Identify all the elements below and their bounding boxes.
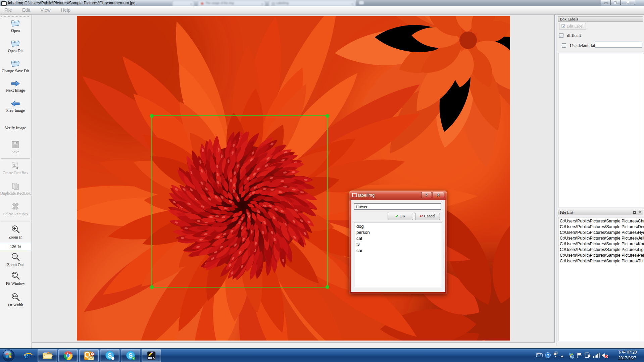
dialog-help-button[interactable]: ? xyxy=(421,192,432,198)
label-option[interactable]: car xyxy=(354,248,442,254)
next-image-button[interactable]: Next Image xyxy=(0,80,31,93)
start-button[interactable] xyxy=(2,349,15,362)
bbox-handle-top-right[interactable] xyxy=(326,114,329,118)
change-save-dir-button[interactable]: Change Save Dir xyxy=(0,59,31,73)
toolbar-label: Fit Width xyxy=(8,303,23,307)
bbox-handle-top-left[interactable] xyxy=(150,114,154,118)
delete-rectbox-button[interactable]: Delete RectBox xyxy=(0,202,31,216)
minimize-button[interactable] xyxy=(601,0,611,5)
menu-view[interactable]: View xyxy=(36,6,55,13)
toolbar-label: Open xyxy=(11,28,20,33)
sync-tray-icon[interactable] xyxy=(568,352,574,360)
canvas-scroll-area[interactable] xyxy=(32,15,555,343)
create-rectbox-button[interactable]: Create RectBox xyxy=(0,162,31,175)
file-list-item[interactable]: C:\Users\Public\Pictures\Sample Pictures… xyxy=(558,218,644,224)
label-text-input[interactable]: flower xyxy=(354,203,441,210)
box-labels-list[interactable] xyxy=(558,53,644,207)
file-list-item[interactable]: C:\Users\Public\Pictures\Sample Pictures… xyxy=(558,247,644,253)
help-tray-icon[interactable]: ? xyxy=(545,352,551,359)
use-default-label-checkbox[interactable] xyxy=(562,43,566,48)
background-tab-2[interactable]: The usage of the img x xyxy=(198,0,265,6)
file-list[interactable]: C:\Users\Public\Pictures\Sample Pictures… xyxy=(558,217,644,341)
new-tab-button xyxy=(359,1,364,4)
file-list-item[interactable]: C:\Users\Public\Pictures\Sample Pictures… xyxy=(558,224,644,230)
fit-window-button[interactable]: Fit Window xyxy=(0,271,31,286)
zoom-in-button[interactable]: Zoom In xyxy=(0,225,31,240)
label-option[interactable]: tv xyxy=(354,242,442,248)
show-hidden-icons-arrow[interactable] xyxy=(560,353,564,359)
background-tab-1[interactable]: x xyxy=(172,0,194,6)
ok-button[interactable]: ✔ OK xyxy=(388,213,413,220)
cancel-arrow-icon: ↩ xyxy=(420,214,423,218)
float-panel-icon[interactable] xyxy=(633,210,637,215)
save-icon xyxy=(11,140,20,149)
file-list-item[interactable]: C:\Users\Public\Pictures\Sample Pictures… xyxy=(558,258,644,264)
bbox-handle-bottom-left[interactable] xyxy=(150,285,154,289)
file-list-item[interactable]: C:\Users\Public\Pictures\Sample Pictures… xyxy=(558,241,644,247)
save-button[interactable]: Save xyxy=(0,140,31,154)
fit-width-icon xyxy=(11,293,20,302)
close-button[interactable] xyxy=(620,0,635,5)
file-list-item[interactable]: C:\Users\Public\Pictures\Sample Pictures… xyxy=(558,236,644,241)
restore-button[interactable] xyxy=(610,0,621,5)
fit-window-icon xyxy=(11,271,20,280)
file-list-item[interactable]: C:\Users\Public\Pictures\Sample Pictures… xyxy=(558,253,644,258)
menu-help[interactable]: Help xyxy=(56,6,75,13)
panel-splitter[interactable] xyxy=(556,15,556,346)
outlook-button[interactable] xyxy=(79,349,99,362)
prev-image-button[interactable]: Prev Image xyxy=(0,100,31,113)
menu-edit[interactable]: Edit xyxy=(18,6,35,13)
zoom-percent-spinbox[interactable]: 126 % xyxy=(0,243,31,250)
label-option[interactable]: person xyxy=(354,229,442,236)
network-plug-icon[interactable] xyxy=(585,352,591,360)
open-dir-button[interactable]: Open Dir xyxy=(0,39,31,53)
open-button[interactable]: Open xyxy=(0,19,31,33)
duplicate-rectbox-button[interactable]: Duplicate RectBox xyxy=(0,182,31,196)
edit-pencil-icon xyxy=(561,24,565,28)
zoom-out-button[interactable]: Zoom Out xyxy=(0,252,31,267)
file-list-item[interactable]: C:\Users\Public\Pictures\Sample Pictures… xyxy=(558,230,644,236)
tab-close-icon[interactable]: x xyxy=(262,2,263,6)
default-label-input[interactable] xyxy=(595,42,642,48)
internet-explorer-button[interactable]: e xyxy=(21,349,36,361)
action-center-flag-icon[interactable] xyxy=(576,352,583,360)
difficult-checkbox-row[interactable]: difficult xyxy=(559,32,581,38)
edit-label-button[interactable]: Edit Label xyxy=(559,23,586,30)
bbox-handle-bottom-right[interactable] xyxy=(326,285,329,289)
flower-bounding-box[interactable] xyxy=(151,115,328,288)
difficult-checkbox[interactable] xyxy=(559,33,563,38)
close-panel-icon[interactable] xyxy=(638,210,642,215)
tab-close-icon[interactable]: x xyxy=(352,2,354,6)
skype-2-button[interactable]: S xyxy=(121,349,140,362)
zoom-out-icon xyxy=(11,252,20,262)
windows-explorer-button[interactable] xyxy=(38,349,57,362)
duplicate-rectbox-icon xyxy=(11,182,20,190)
next-arrow-icon xyxy=(10,80,20,87)
svg-text:?: ? xyxy=(547,353,549,357)
box-labels-panel-title[interactable]: Box Labels xyxy=(558,16,643,22)
verify-image-button[interactable]: Verify Image xyxy=(0,125,31,130)
label-option[interactable]: dog xyxy=(354,223,442,229)
taskbar-clock[interactable]: 下午 07:20 2017/9/27 xyxy=(611,350,643,361)
label-option[interactable]: cat xyxy=(354,236,442,242)
cancel-button[interactable]: ↩ Cancel xyxy=(415,213,440,220)
menu-file[interactable]: File xyxy=(0,6,16,13)
label-suggestion-list[interactable]: dog person cat tv car xyxy=(354,222,442,287)
input-method-keyboard-icon[interactable] xyxy=(536,352,543,359)
fit-width-button[interactable]: Fit Width xyxy=(0,293,31,307)
file-list-panel-title[interactable]: File List xyxy=(558,210,643,215)
labelimg-taskbar-button[interactable] xyxy=(142,349,161,362)
signal-strength-icon[interactable] xyxy=(593,352,600,359)
language-bar-restore-icon[interactable] xyxy=(553,351,558,359)
use-default-label-row[interactable]: Use default label xyxy=(562,42,599,48)
skype-online-icon: S xyxy=(126,351,136,361)
menu-bar: File Edit View Help xyxy=(0,6,644,15)
toolbar-grip[interactable] xyxy=(1,16,30,17)
tab-close-icon[interactable]: x xyxy=(191,2,192,6)
chrome-button[interactable] xyxy=(58,349,78,362)
dialog-close-button[interactable]: X xyxy=(433,192,444,198)
background-tab-3[interactable]: LabelImg x xyxy=(268,0,356,6)
skype-button[interactable]: S xyxy=(100,349,119,362)
volume-muted-icon[interactable] xyxy=(601,352,608,360)
background-browser-tabs: x The usage of the img x LabelImg x xyxy=(186,0,367,6)
